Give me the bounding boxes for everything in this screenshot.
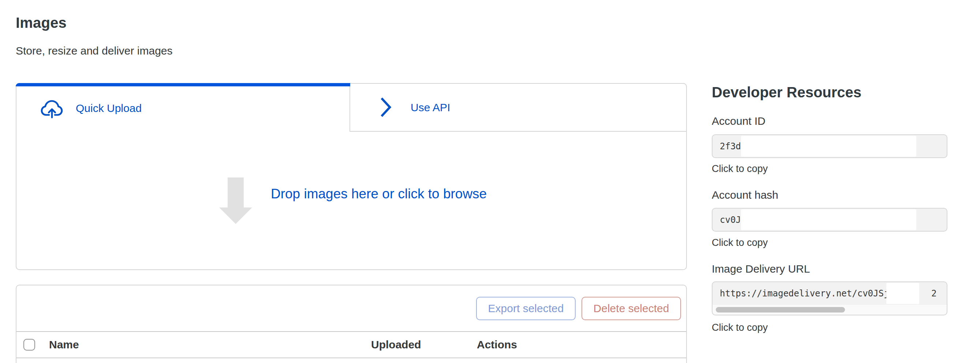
column-header-name: Name (49, 332, 79, 358)
select-all-checkbox[interactable] (24, 339, 35, 350)
image-dropzone[interactable]: Drop images here or click to browse (16, 132, 686, 269)
clipped-url-character: 2 (931, 288, 937, 299)
image-delivery-url-label: Image Delivery URL (712, 263, 810, 275)
click-to-copy-hint: Click to copy (712, 322, 768, 333)
click-to-copy-hint: Click to copy (712, 163, 768, 175)
account-id-value: 2f3d (720, 141, 741, 151)
dropzone-text: Drop images here or click to browse (271, 186, 487, 202)
developer-resources-panel: Developer Resources Account ID 2f3d Clic… (712, 84, 947, 363)
image-delivery-url-box[interactable]: https://imagedelivery.net/cv0JSj 2 (712, 282, 947, 315)
column-header-uploaded: Uploaded (371, 332, 421, 358)
table-header-row: Name Uploaded Actions (16, 332, 686, 358)
account-hash-value-box[interactable]: cv0J (712, 208, 947, 232)
horizontal-scrollbar-thumb[interactable] (716, 307, 845, 312)
redaction-overlay (886, 283, 919, 304)
tab-use-api-label: Use API (410, 101, 450, 114)
image-delivery-url-value: https://imagedelivery.net/cv0JSj (720, 288, 889, 299)
list-toolbar: Export selected Delete selected (16, 285, 686, 332)
cloud-upload-icon (40, 99, 64, 119)
tab-quick-upload-label: Quick Upload (76, 102, 142, 115)
tab-use-api[interactable]: Use API (350, 83, 687, 132)
export-selected-button[interactable]: Export selected (476, 297, 576, 320)
horizontal-scrollbar-track (713, 305, 947, 315)
account-id-label: Account ID (712, 115, 765, 127)
image-list-card: Export selected Delete selected Name Upl… (16, 285, 687, 363)
column-header-actions: Actions (477, 332, 517, 358)
page-title: Images (16, 14, 67, 31)
click-to-copy-hint: Click to copy (712, 237, 768, 248)
redaction-overlay (741, 209, 916, 230)
chevron-right-icon (380, 96, 392, 118)
upload-card: Quick Upload Use API Drop images here or… (16, 83, 687, 270)
delete-selected-button[interactable]: Delete selected (581, 297, 681, 320)
developer-resources-title: Developer Resources (712, 84, 861, 100)
account-id-value-box[interactable]: 2f3d (712, 134, 947, 158)
redaction-overlay (741, 136, 916, 157)
account-hash-value: cv0J (720, 215, 741, 225)
active-tab-indicator (16, 83, 350, 86)
account-hash-label: Account hash (712, 189, 778, 201)
page-subtitle: Store, resize and deliver images (16, 45, 173, 57)
